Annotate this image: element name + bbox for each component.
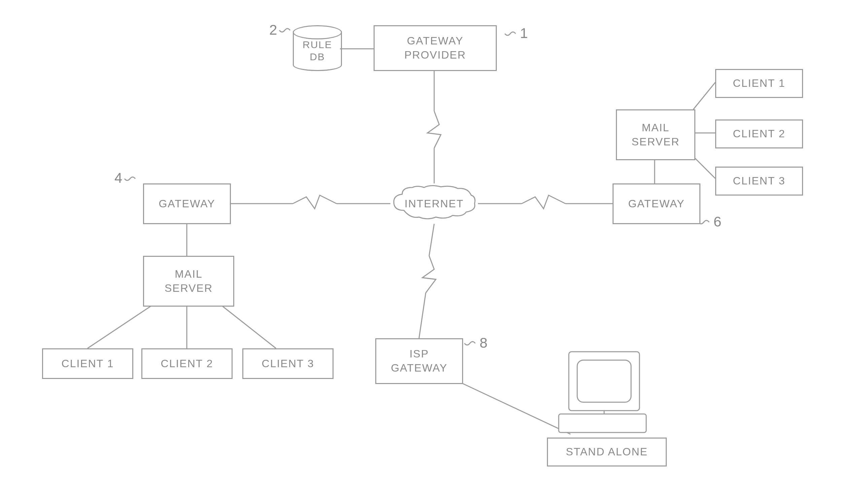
label-8: 8	[479, 335, 487, 351]
mail-server-right-label: MAIL SERVER	[631, 121, 680, 149]
rule-db-label: RULE DB	[303, 39, 332, 63]
client1-left-label: CLIENT 1	[62, 357, 114, 371]
gateway-left: GATEWAY	[143, 183, 231, 224]
label-6: 6	[714, 214, 721, 230]
stand-alone: STAND ALONE	[547, 437, 667, 466]
isp-gateway: ISP GATEWAY	[375, 338, 463, 384]
svg-line-7	[429, 224, 434, 256]
client3-left-label: CLIENT 3	[262, 357, 314, 371]
client1-right: CLIENT 1	[715, 69, 803, 98]
label-2: 2	[269, 22, 277, 38]
client2-right-label: CLIENT 2	[733, 127, 785, 141]
svg-line-12	[220, 305, 276, 348]
gateway-right: GATEWAY	[613, 183, 701, 224]
gateway-right-label: GATEWAY	[628, 197, 685, 211]
label-4: 4	[115, 170, 122, 186]
label-1: 1	[520, 25, 528, 41]
client3-right-label: CLIENT 3	[733, 174, 785, 188]
client1-right-label: CLIENT 1	[733, 77, 785, 91]
client2-left-label: CLIENT 2	[161, 357, 213, 371]
client2-left: CLIENT 2	[142, 348, 232, 379]
rule-db: RULE DB	[293, 25, 340, 69]
stand-alone-label: STAND ALONE	[566, 445, 648, 459]
svg-line-10	[88, 305, 153, 348]
mail-server-right: MAIL SERVER	[616, 110, 695, 160]
gateway-provider-label: GATEWAY PROVIDER	[404, 34, 466, 62]
gateway-provider: GATEWAY PROVIDER	[374, 25, 497, 71]
mail-server-left: MAIL SERVER	[143, 256, 234, 307]
client2-right: CLIENT 2	[715, 120, 803, 148]
gateway-left-label: GATEWAY	[158, 197, 215, 211]
svg-rect-20	[559, 414, 646, 432]
computer-icon	[555, 348, 650, 437]
svg-line-8	[419, 293, 426, 338]
internet-label: INTERNET	[405, 198, 464, 210]
svg-line-14	[693, 83, 715, 110]
client1-left: CLIENT 1	[42, 348, 133, 379]
internet-cloud: INTERNET	[391, 183, 478, 224]
client3-left: CLIENT 3	[242, 348, 334, 379]
client3-right: CLIENT 3	[715, 166, 803, 195]
svg-rect-19	[577, 360, 631, 402]
mail-server-left-label: MAIL SERVER	[164, 267, 213, 295]
svg-line-17	[459, 382, 570, 434]
svg-line-16	[693, 156, 715, 178]
isp-gateway-label: ISP GATEWAY	[391, 347, 447, 375]
